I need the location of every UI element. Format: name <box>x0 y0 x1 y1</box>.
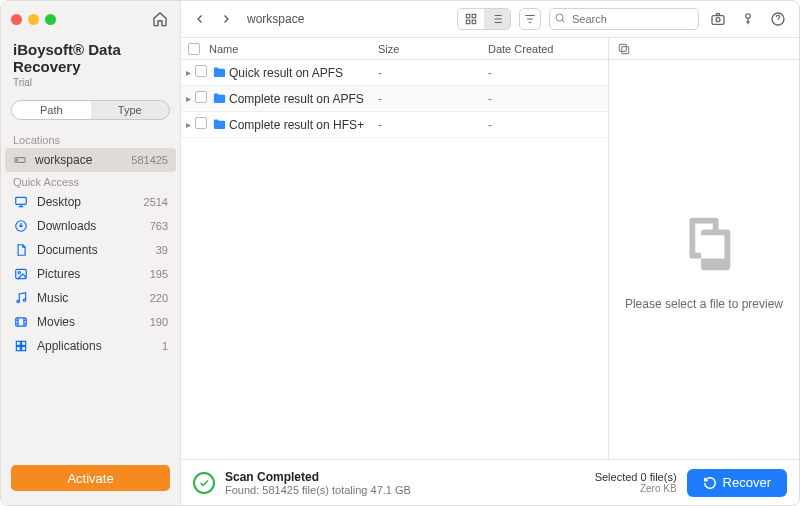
home-button[interactable] <box>150 9 170 29</box>
view-toggle <box>457 8 511 30</box>
key-icon <box>741 11 755 27</box>
key-button[interactable] <box>737 8 759 30</box>
minimize-window-button[interactable] <box>28 14 39 25</box>
header-checkbox[interactable] <box>181 43 207 55</box>
row-size: - <box>378 66 488 80</box>
nav-back-button[interactable] <box>191 10 209 28</box>
movie-icon <box>13 314 29 330</box>
help-button[interactable] <box>767 8 789 30</box>
list-icon <box>490 12 504 26</box>
row-checkbox[interactable] <box>195 65 209 80</box>
preview-pane: Please select a file to preview <box>609 38 799 459</box>
svg-rect-15 <box>466 20 470 24</box>
row-size: - <box>378 118 488 132</box>
svg-rect-10 <box>22 341 26 345</box>
nav-forward-button[interactable] <box>217 10 235 28</box>
music-icon <box>13 290 29 306</box>
sidebar-spacer <box>1 358 180 457</box>
segment-type[interactable]: Type <box>91 101 170 119</box>
disclosure-triangle[interactable]: ▸ <box>181 93 195 104</box>
recover-button[interactable]: Recover <box>687 469 787 497</box>
sidebar-item-label: Documents <box>37 243 128 257</box>
svg-rect-13 <box>466 14 470 18</box>
svg-point-1 <box>17 159 18 160</box>
preview-toolbar <box>609 38 799 60</box>
grid-icon <box>464 12 478 26</box>
home-icon <box>152 11 168 27</box>
disk-icon <box>13 153 27 167</box>
sidebar-item-documents[interactable]: Documents 39 <box>1 238 180 262</box>
svg-rect-2 <box>16 197 27 204</box>
search-field[interactable] <box>549 8 699 30</box>
zoom-window-button[interactable] <box>45 14 56 25</box>
recover-label: Recover <box>723 475 771 490</box>
column-date[interactable]: Date Created <box>488 43 608 55</box>
sidebar-item-downloads[interactable]: Downloads 763 <box>1 214 180 238</box>
filter-button[interactable] <box>519 8 541 30</box>
svg-rect-11 <box>16 347 20 351</box>
sidebar-item-applications[interactable]: Applications 1 <box>1 334 180 358</box>
copy-icon[interactable] <box>617 42 631 56</box>
svg-rect-4 <box>16 269 27 278</box>
app-window: iBoysoft® Data Recovery Trial Path Type … <box>0 0 800 506</box>
view-mode-segmented: Path Type <box>11 100 170 120</box>
content-area: Name Size Date Created ▸ Quick result on… <box>181 37 799 459</box>
check-icon <box>198 477 210 489</box>
sidebar-item-movies[interactable]: Movies 190 <box>1 310 180 334</box>
disclosure-triangle[interactable]: ▸ <box>181 119 195 130</box>
column-name[interactable]: Name <box>207 43 378 55</box>
grid-view-button[interactable] <box>458 9 484 29</box>
file-list-rows: ▸ Quick result on APFS - - ▸ Complete re… <box>181 60 608 459</box>
row-checkbox[interactable] <box>195 91 209 106</box>
app-title: iBoysoft® Data Recovery <box>1 37 180 77</box>
svg-point-7 <box>23 299 25 301</box>
svg-rect-22 <box>622 46 629 53</box>
disclosure-triangle[interactable]: ▸ <box>181 67 195 78</box>
sidebar-item-music[interactable]: Music 220 <box>1 286 180 310</box>
folder-icon <box>209 65 229 80</box>
row-checkbox[interactable] <box>195 117 209 132</box>
sidebar-item-count: 39 <box>136 244 168 256</box>
search-input[interactable] <box>549 8 699 30</box>
sidebar-item-count: 763 <box>136 220 168 232</box>
app-icon <box>13 338 29 354</box>
svg-point-6 <box>17 300 19 302</box>
location-count: 581425 <box>131 154 168 166</box>
sidebar-item-desktop[interactable]: Desktop 2514 <box>1 190 180 214</box>
table-row[interactable]: ▸ Complete result on HFS+ - - <box>181 112 608 138</box>
svg-rect-18 <box>712 15 724 24</box>
sidebar-item-label: Pictures <box>37 267 128 281</box>
selection-size: Zero KB <box>595 483 677 494</box>
sidebar-location-workspace[interactable]: workspace 581425 <box>5 148 176 172</box>
activate-button[interactable]: Activate <box>11 465 170 491</box>
svg-rect-9 <box>16 341 20 345</box>
status-subtitle: Found: 581425 file(s) totaling 47.1 GB <box>225 484 411 496</box>
scan-complete-icon <box>193 472 215 494</box>
sidebar-item-count: 2514 <box>136 196 168 208</box>
selection-summary: Selected 0 file(s) Zero KB <box>595 471 677 494</box>
table-row[interactable]: ▸ Complete result on APFS - - <box>181 86 608 112</box>
camera-button[interactable] <box>707 8 729 30</box>
locations-section-label: Locations <box>1 130 180 148</box>
sidebar-item-label: Movies <box>37 315 128 329</box>
preview-body: Please select a file to preview <box>615 60 793 459</box>
sidebar-item-count: 1 <box>136 340 168 352</box>
list-view-button[interactable] <box>484 9 510 29</box>
main-pane: workspace <box>181 1 799 505</box>
sidebar-item-count: 195 <box>136 268 168 280</box>
table-row[interactable]: ▸ Quick result on APFS - - <box>181 60 608 86</box>
status-bar: Scan Completed Found: 581425 file(s) tot… <box>181 459 799 505</box>
segment-path[interactable]: Path <box>12 101 91 119</box>
close-window-button[interactable] <box>11 14 22 25</box>
sidebar-item-label: Applications <box>37 339 128 353</box>
row-date: - <box>488 118 608 132</box>
breadcrumb: workspace <box>247 12 304 26</box>
column-size[interactable]: Size <box>378 43 488 55</box>
svg-rect-16 <box>472 20 476 24</box>
filter-icon <box>523 12 537 26</box>
status-title: Scan Completed <box>225 470 411 484</box>
help-icon <box>770 11 786 27</box>
svg-point-17 <box>556 14 563 21</box>
sidebar-item-pictures[interactable]: Pictures 195 <box>1 262 180 286</box>
sidebar: iBoysoft® Data Recovery Trial Path Type … <box>1 1 181 505</box>
